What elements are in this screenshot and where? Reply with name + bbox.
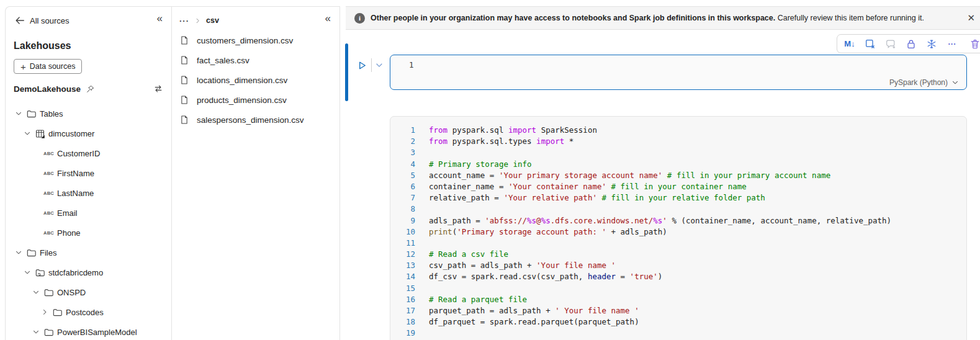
collapse-sidebar-icon[interactable]: « [157,13,163,24]
run-cell-button[interactable] [354,58,369,73]
line-number: 13 [390,260,415,271]
code-text: csv_path = adls_path + 'Your file name ' [415,260,616,271]
code-token: container_name = [429,182,508,191]
code-text: df_csv = spark.read.csv(csv_path, header… [415,271,662,282]
chevron-right-icon[interactable] [39,308,50,316]
tree-item-powerbisamplemodel[interactable]: PowerBISampleModel [6,322,171,340]
cell-language-selector[interactable]: PySpark (Python) [889,78,959,87]
code-text: container_name = 'Your container name' #… [415,181,747,192]
code-text: print('Primary storage account path: ' +… [415,226,667,238]
pin-icon[interactable] [86,84,95,94]
code-text: from pyspark.sql.types import * [415,136,573,147]
tree-item-stdcfabricdemo[interactable]: stdcfabricdemo [6,262,171,282]
tree-item-onspd[interactable]: ONSPD [6,282,171,302]
code-line: 1from pyspark.sql import SparkSession [390,125,966,136]
file-item[interactable]: customers_dimension.csv [172,30,339,50]
code-token: relative_path = [429,193,503,202]
tree-item-postcodes[interactable]: Postcodes [6,302,171,322]
file-item-label: customers_dimension.csv [197,36,293,45]
lakehouses-title: Lakehouses [14,40,171,51]
tree-item-lastname[interactable]: ABCLastName [6,183,171,203]
code-token: = [616,272,630,281]
clear-outputs-icon[interactable] [864,38,876,50]
breadcrumb-current-folder[interactable]: csv [206,16,219,25]
line-number: 4 [390,159,415,170]
chevron-down-icon[interactable] [22,269,33,276]
chevron-down-icon[interactable] [13,249,24,256]
folder-icon [50,307,65,318]
code-line: 4# Primary storage info [390,159,966,170]
file-item[interactable]: salespersons_dimension.csv [172,110,339,130]
file-item[interactable]: locations_dimension.csv [172,70,339,90]
tree-item-label: CustomerID [57,149,100,158]
selected-cell-indicator [345,43,348,101]
code-token: # Read a csv file [429,249,508,259]
code-line: 2from pyspark.sql.types import * [390,136,966,147]
code-line: 18df_parquet = spark.read.parquet(parque… [390,316,966,328]
editor-line-number: 1 [409,60,414,69]
all-sources-label: All sources [30,16,70,25]
lock-icon[interactable] [905,38,917,50]
chevron-down-icon [951,79,959,86]
code-line: 16# Read a parquet file [390,294,966,305]
close-banner-icon[interactable]: ✕ [964,12,978,24]
data-sources-button[interactable]: + Data sources [14,59,82,74]
delete-cell-icon[interactable] [969,38,980,50]
code-token: # fill in your container name [611,182,747,191]
folder-icon [42,287,56,298]
more-options-icon[interactable]: ··· [946,38,958,50]
chevron-down-icon[interactable] [22,130,33,137]
chevron-down-icon[interactable] [13,110,24,117]
tree-item-firstname[interactable]: ABCFirstName [6,163,171,183]
folder-icon [42,327,56,338]
chevron-down-icon[interactable] [30,289,42,296]
line-number: 16 [390,294,415,305]
code-token: df_parquet = spark.read.parquet(parquet_… [429,317,639,326]
code-token: * [564,136,573,146]
all-sources-back-button[interactable]: All sources [14,15,70,26]
switch-lakehouse-icon[interactable] [153,84,163,94]
tree-item-label: ONSPD [57,288,86,297]
code-text: # Read a parquet file [415,294,527,305]
tree-item-customerid[interactable]: ABCCustomerID [6,143,171,163]
collapse-files-panel-icon[interactable]: « [325,13,331,24]
file-item-label: salespersons_dimension.csv [197,115,304,125]
breadcrumb: ··· csv [179,16,219,25]
tree-item-files[interactable]: Files [6,243,171,262]
folder-icon [24,109,38,119]
code-line: 17parquet_path = adls_path + ' Your file… [390,305,966,316]
code-token: %s [653,216,662,225]
tree-item-dimcustomer[interactable]: dimcustomer [6,123,171,143]
tree-item-phone[interactable]: ABCPhone [6,223,171,243]
tree-item-tables[interactable]: Tables [6,104,171,123]
line-number: 14 [390,271,415,282]
breadcrumb-ellipsis[interactable]: ··· [179,16,189,25]
abc-icon: ABC [42,230,56,236]
line-number: 19 [390,328,415,339]
code-token: 'Your relative path' [503,193,597,202]
file-item[interactable]: products_dimension.csv [172,90,339,110]
markdown-icon[interactable]: M↓ [843,38,856,50]
run-options-chevron-icon[interactable] [375,61,384,69]
notebook-code-cell[interactable]: 1from pyspark.sql import SparkSession2fr… [390,116,967,340]
chevron-down-icon[interactable] [30,328,42,336]
code-line: 3 [390,147,966,158]
code-token: csv_path = adls_path + [429,261,536,270]
code-token: %s [527,216,536,225]
banner-message: Other people in your organization may ha… [371,14,924,22]
workspace-warning-banner: i Other people in your organization may … [346,6,980,30]
cell-language-label: PySpark (Python) [889,78,948,87]
code-token: @ [536,216,541,225]
cell-code-editor[interactable]: 1 PySpark (Python) [390,55,967,90]
table-icon [33,128,47,139]
line-number: 9 [390,215,415,226]
freeze-icon[interactable] [925,38,938,50]
code-line: 15 [390,283,966,294]
tree-item-label: Files [40,248,56,257]
code-token: 'Your file name ' [536,261,616,270]
tree-item-email[interactable]: ABCEmail [6,203,171,223]
code-line: 6container_name = 'Your container name' … [390,181,966,192]
file-item[interactable]: fact_sales.csv [172,50,339,70]
folder-shortcut-icon [33,267,47,278]
code-token: adls_path = [429,216,485,225]
